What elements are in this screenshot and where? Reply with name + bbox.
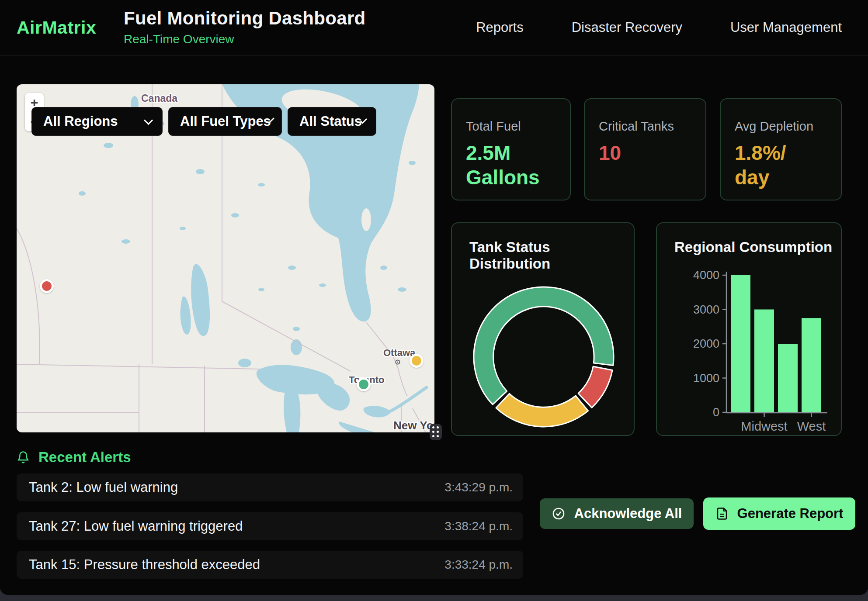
stat-value: 1.8%/day <box>735 141 820 190</box>
main-nav: Reports Disaster Recovery User Managemen… <box>476 0 842 55</box>
map-marker-normal[interactable] <box>357 377 371 391</box>
map-label-canada: Canada <box>141 93 177 104</box>
bar <box>731 275 750 412</box>
status-filter-select[interactable]: All Status <box>288 107 376 136</box>
lake-erie <box>339 421 375 432</box>
tank-status-donut-chart <box>452 223 635 437</box>
y-tick-label: 4000 <box>693 269 719 282</box>
regional-consumption-bar-chart: 01000200030004000MidwestWest <box>657 223 843 437</box>
fuel-type-filter-select[interactable]: All Fuel Types <box>168 107 282 136</box>
check-circle-icon <box>552 507 566 521</box>
page-subtitle: Real-Time Overview <box>124 32 365 46</box>
ottawa-town-dot-center <box>397 361 398 363</box>
x-tick-label: Midwest <box>741 419 787 433</box>
title-block: Fuel Monitoring Dashboard Real-Time Over… <box>124 8 365 46</box>
nav-reports[interactable]: Reports <box>476 20 524 35</box>
lake-manitoba <box>181 296 191 335</box>
alert-message: Tank 15: Pressure threshold exceeded <box>29 557 260 573</box>
y-tick-label: 3000 <box>693 303 719 316</box>
bar <box>754 310 774 413</box>
stat-label: Critical Tanks <box>599 119 691 134</box>
stat-value: 10 <box>599 141 684 165</box>
alert-timestamp: 3:38:24 p.m. <box>444 519 513 533</box>
region-filter-select[interactable]: All Regions <box>31 107 163 136</box>
bar <box>778 344 798 412</box>
stat-label: Avg Depletion <box>735 119 827 134</box>
acknowledge-all-button[interactable]: Acknowledge All <box>540 498 694 529</box>
regional-consumption-chart-card: Regional Consumption 01000200030004000Mi… <box>656 222 842 436</box>
alert-timestamp: 3:33:24 p.m. <box>444 558 513 572</box>
map-label-new-york: New York <box>393 419 434 432</box>
alert-timestamp: 3:43:29 p.m. <box>444 480 513 494</box>
dashboard-root: AirMatrix Fuel Monitoring Dashboard Real… <box>0 0 868 595</box>
brand-logo: AirMatrix <box>17 0 96 55</box>
bell-icon <box>17 451 30 464</box>
y-tick-label: 0 <box>713 406 719 419</box>
page-title: Fuel Monitoring Dashboard <box>124 8 365 29</box>
bay-island-small <box>361 208 371 231</box>
alerts-section-title: Recent Alerts <box>38 449 131 466</box>
generate-report-button[interactable]: Generate Report <box>703 497 855 530</box>
acknowledge-all-label: Acknowledge All <box>574 506 682 522</box>
map-filters: All Regions All Fuel Types All Status <box>31 107 376 136</box>
lake-of-the-woods <box>238 359 251 367</box>
stat-card-critical-tanks: Critical Tanks 10 <box>584 98 706 200</box>
y-tick-label: 2000 <box>693 337 719 350</box>
fuel-type-filter-value: All Fuel Types <box>180 114 271 129</box>
map-drag-handle-icon[interactable] <box>430 424 442 440</box>
region-filter-value: All Regions <box>43 114 118 129</box>
lake-winnipeg <box>191 264 210 336</box>
donut-segment-critical <box>578 366 612 408</box>
lake-huron <box>316 383 350 411</box>
x-tick-label: West <box>797 419 826 433</box>
basemap-svg: Canada Ottawa Toronto New York <box>17 84 434 432</box>
map-marker-critical[interactable] <box>40 279 54 293</box>
app-header: AirMatrix Fuel Monitoring Dashboard Real… <box>0 0 868 55</box>
stat-card-avg-depletion: Avg Depletion 1.8%/day <box>720 98 842 200</box>
nav-user-management[interactable]: User Management <box>730 20 842 35</box>
alert-message: Tank 27: Low fuel warning triggered <box>29 518 243 534</box>
bar <box>802 318 821 412</box>
nav-disaster-recovery[interactable]: Disaster Recovery <box>572 20 682 35</box>
stat-value: 2.5M Gallons <box>466 141 551 190</box>
map-panel[interactable]: Canada Ottawa Toronto New York + − All R… <box>17 84 434 432</box>
status-filter-value: All Status <box>299 114 362 129</box>
tank-status-chart-card: Tank Status Distribution <box>451 222 635 436</box>
alert-message: Tank 2: Low fuel warning <box>29 480 178 495</box>
stat-label: Total Fuel <box>466 119 556 134</box>
generate-report-label: Generate Report <box>737 506 844 522</box>
map-marker-warning[interactable] <box>410 354 424 368</box>
lake-ontario <box>364 406 391 417</box>
document-icon <box>715 507 729 520</box>
alert-row[interactable]: Tank 27: Low fuel warning triggered 3:38… <box>17 512 523 540</box>
alerts-header: Recent Alerts <box>17 449 131 466</box>
st-lawrence-river <box>391 387 427 411</box>
stat-card-total-fuel: Total Fuel 2.5M Gallons <box>451 98 571 200</box>
alert-row[interactable]: Tank 2: Low fuel warning 3:43:29 p.m. <box>17 473 523 501</box>
chevron-down-icon <box>144 115 153 124</box>
donut-segment-warning <box>496 394 588 427</box>
alert-row[interactable]: Tank 15: Pressure threshold exceeded 3:3… <box>17 551 523 579</box>
y-tick-label: 1000 <box>693 372 719 385</box>
page-bottom-strip <box>0 595 868 601</box>
